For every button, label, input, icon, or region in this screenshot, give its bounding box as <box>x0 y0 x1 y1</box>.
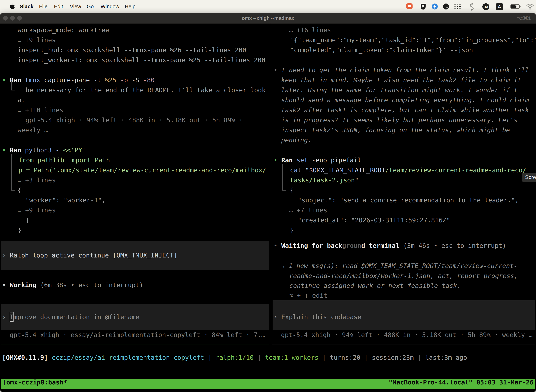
chat-app-icon[interactable] <box>406 3 413 10</box>
text-segment: gpt-5.4 xhigh · 94% left · 488K in · 5.1… <box>25 117 243 124</box>
right-output-line: "created_at": "2026-03-31T11:59:27.816Z" <box>298 215 450 225</box>
text-segment <box>48 354 52 361</box>
left-output-line: { <box>18 185 21 195</box>
text-segment: python3 <box>25 146 52 154</box>
left-code-line: p = Path('.omx/state/team/review-current… <box>19 165 266 175</box>
terminal-content[interactable]: workspace_mode: worktree… +9 linesinspec… <box>0 23 536 392</box>
blue-badge-icon[interactable] <box>431 3 438 10</box>
window-title: omx --xhigh --madmax <box>0 13 536 23</box>
screen-share-tooltip: Scre <box>522 173 536 182</box>
text-segment: readme-and-reco/mailbox/worker-1.json, a… <box>289 272 518 280</box>
text-segment: mprove documentation in @filename <box>14 313 139 321</box>
right-input-line: › Explain this codebase <box>274 312 361 322</box>
text-segment: [OMX#0.11.9] <box>2 354 48 361</box>
count-badge-label: ..61 <box>483 5 488 9</box>
apple-menu-icon[interactable] <box>9 3 15 10</box>
input-source-label: A <box>498 4 501 9</box>
text-segment: … +7 lines <box>289 206 327 214</box>
left-ran-python: • Ran python3 - <<'PY' <box>2 145 86 155</box>
text-segment: | <box>254 354 265 361</box>
right-code-line: cat "$OMX_TEAM_STATE_ROOT/team/review-cu… <box>290 165 526 175</box>
text-segment <box>278 313 281 321</box>
text-segment: • <box>274 66 278 74</box>
tmux-session-label: [omx-cczip0:bash* <box>2 379 67 389</box>
right-thinking-line: keep that in mind. Maybe I also need the… <box>281 75 521 85</box>
text-segment: -80 <box>139 76 155 84</box>
text-segment: { <box>18 187 21 194</box>
menu-item-view[interactable]: View <box>70 0 81 13</box>
input-source-icon[interactable]: A <box>496 3 503 10</box>
text-segment: pending. <box>281 136 312 144</box>
text-segment: workspace_mode: worktree <box>18 26 109 33</box>
right-output-line: '{"team_name":"my-team","task_id":"1","f… <box>290 35 536 45</box>
text-segment: … +9 lines <box>18 36 56 44</box>
menu-item-help[interactable]: Help <box>125 0 136 13</box>
text-segment <box>278 66 281 74</box>
edit-hint-line: ⌥ + ↑ edit <box>289 290 327 300</box>
text-segment: from pathlib import Path <box>19 156 110 164</box>
text-segment: Ran <box>281 156 293 164</box>
menu-item-window[interactable]: Window <box>100 0 120 13</box>
right-thinking-line: • I need to get the claim token from the… <box>274 65 529 75</box>
s-curve-icon[interactable] <box>468 3 474 10</box>
text-segment: groun <box>342 242 361 249</box>
tmux-status-bar: [omx-cczip0:bash* "MacBook-Pro-44.local"… <box>1 379 535 389</box>
text-segment: inspect_hud: omx sparkshell --tmux-pane … <box>18 46 246 54</box>
battery-icon[interactable] <box>510 3 521 10</box>
left-code-line: from pathlib import Path <box>19 155 110 165</box>
omx-status-line: [OMX#0.11.9] cczip/essay/ai-reimplementa… <box>2 352 467 363</box>
pane-divider-vertical[interactable] <box>271 23 271 345</box>
text-segment: task2 after task1 is complete, but can I… <box>281 107 529 114</box>
text-segment: › <box>2 313 6 321</box>
left-ran-tmux: • Ran tmux capture-pane -t %25 -p -S -80 <box>2 75 155 85</box>
text-segment: '{"team_name":"my-team","task_id":"1","f… <box>290 36 536 44</box>
text-segment: • <box>2 146 6 154</box>
text-segment <box>6 146 10 154</box>
text-segment: team:1 workers <box>265 354 318 361</box>
wifi-icon[interactable] <box>526 3 534 10</box>
menu-item-edit[interactable]: Edit <box>54 0 63 13</box>
right-output-line: … +16 lines <box>289 25 331 35</box>
tree-connector <box>11 154 14 191</box>
left-output-line: at <box>18 95 25 105</box>
text-segment: -S <box>128 76 139 84</box>
window-shortcut-badge: ⌥⌘1 <box>517 13 531 23</box>
right-msg-line: continue assigned work or next feasible … <box>289 281 461 291</box>
right-output-line: } <box>290 225 294 235</box>
left-output-line: inspect_hud: omx sparkshell --tmux-pane … <box>18 45 246 55</box>
left-output-line: } <box>18 225 21 235</box>
menu-item-slack[interactable]: Slack <box>20 0 34 13</box>
text-segment: • <box>2 76 6 84</box>
text-segment: be necessary for the end of the README. … <box>25 86 266 93</box>
left-output-line: be necessary for the end of the README. … <box>25 85 266 95</box>
text-segment: keep that in mind. Maybe I also need the… <box>281 76 521 84</box>
text-segment <box>278 156 281 164</box>
text-segment <box>6 252 10 259</box>
count-badge-icon[interactable]: ..61 <box>482 3 490 10</box>
menu-item-go[interactable]: Go <box>87 0 94 13</box>
text-segment: -euo pipefail <box>308 156 361 164</box>
right-thinking-line: task2 after task1 is complete, but can I… <box>281 105 529 115</box>
right-thinking-line: pending. <box>281 135 312 145</box>
pie-icon[interactable] <box>442 3 450 10</box>
waiting-status-line: • Waiting for background terminal (3m 46… <box>274 241 506 251</box>
text-segment: › <box>2 252 6 259</box>
dots-grid-icon[interactable] <box>454 3 461 10</box>
terminal-window: omx --xhigh --madmax ⌥⌘1 workspace_mode:… <box>0 13 536 392</box>
text-segment: … +110 lines <box>18 107 63 114</box>
shield-grid-icon[interactable] <box>420 3 427 10</box>
text-segment: • <box>274 242 278 249</box>
left-output-line: "worker": "worker-1", <box>25 195 105 205</box>
right-thinking-line: later. Using the same for transition mig… <box>281 85 517 95</box>
text-segment: "completed","claim_token":"claim-token"}… <box>290 46 473 54</box>
menu-item-file[interactable]: File <box>39 0 48 13</box>
text-segment: ralph:1/10 <box>215 354 254 361</box>
text-segment <box>6 281 10 289</box>
text-segment: "subject": "send a concise recommendatio… <box>298 196 519 204</box>
right-thinking-line: is in progress? It seems likely but perh… <box>281 115 517 125</box>
right-msg-line: readme-and-reco/mailbox/worker-1.json, a… <box>289 271 518 281</box>
text-segment: gpt-5.4 xhigh · 94% left · 488K in · 5.1… <box>281 331 532 338</box>
text-segment: (6m 38s • esc to interrupt) <box>36 281 143 289</box>
working-status-line: • Working (6m 38s • esc to interrupt) <box>2 280 143 290</box>
text-segment: … +16 lines <box>289 26 331 33</box>
